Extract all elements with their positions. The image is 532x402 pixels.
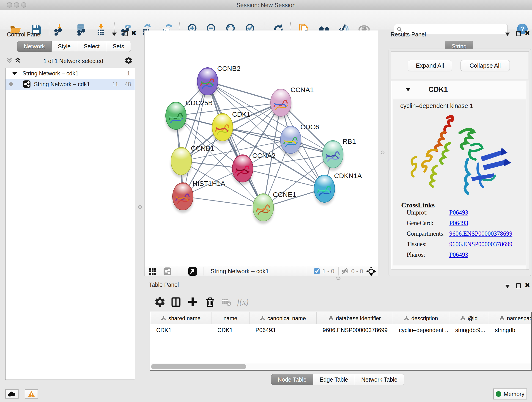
control-panel-tabs: NetworkStyleSelectSets	[17, 41, 131, 52]
cell-shared-name[interactable]: CDK1	[150, 324, 211, 336]
tab-select[interactable]: Select	[77, 41, 106, 52]
cloud-status-button[interactable]	[5, 389, 19, 399]
expand-all-icon[interactable]	[14, 57, 21, 65]
table-panel-menu-icon[interactable]	[505, 285, 510, 288]
table-panel-float-icon[interactable]	[516, 283, 521, 288]
function-builder-icon[interactable]: f(x)	[237, 297, 249, 307]
node-CCNB2[interactable]: CCNB2	[197, 65, 241, 98]
crosslink-link[interactable]: 9606.ENSP00000378699	[449, 230, 512, 237]
expand-all-button[interactable]: Expand All	[408, 60, 452, 71]
edge-CCNB2-HIST1H1A[interactable]	[183, 81, 208, 196]
crosslink-link[interactable]: P06493	[449, 209, 468, 216]
warning-status-button[interactable]	[25, 389, 38, 399]
control-panel-float-icon[interactable]	[123, 31, 128, 36]
network-row-selected[interactable]: String Network – cdk1 11 48	[6, 79, 135, 89]
node-CCNA2[interactable]: CCNA2	[232, 152, 276, 185]
column-header-description[interactable]: description	[393, 313, 449, 324]
column-header-shared-name[interactable]: shared name	[150, 313, 211, 324]
column-header-name[interactable]: name	[211, 313, 249, 324]
import-network-file-icon[interactable]	[53, 23, 65, 36]
results-panel-menu-icon[interactable]	[505, 32, 510, 36]
tab-network-table[interactable]: Network Table	[355, 374, 404, 385]
tab-sets[interactable]: Sets	[106, 41, 131, 52]
node-RB1[interactable]: RB1	[322, 138, 356, 171]
table-row[interactable]: CDK1CDK1P064939606.ENSP00000378699cyclin…	[150, 324, 531, 336]
tab-style[interactable]: Style	[51, 41, 77, 52]
cdk1-expander-icon[interactable]	[405, 88, 411, 91]
crosslink-link[interactable]: P06493	[449, 220, 468, 226]
column-header-@id[interactable]: @id	[449, 313, 489, 324]
table-gear-icon[interactable]	[154, 296, 166, 307]
column-label: @id	[468, 315, 477, 322]
crosslink-label: Pharos:	[401, 251, 449, 258]
edge-CCNB2-CCNA1[interactable]	[208, 81, 281, 103]
left-splitter-handle[interactable]	[138, 205, 142, 209]
fit-selected-crosshair-icon[interactable]	[366, 266, 376, 278]
string-network-icon	[23, 80, 31, 88]
column-header-namespace[interactable]: namespace	[489, 313, 532, 324]
bottom-splitter-handle[interactable]	[336, 277, 341, 280]
cell-canonical-name[interactable]: P06493	[249, 324, 317, 336]
cdk1-section-header[interactable]: CDK1	[391, 81, 526, 98]
column-hierarchy-icon	[329, 316, 334, 321]
node-CCNE1[interactable]: CCNE1	[253, 191, 296, 224]
control-panel-menu-icon[interactable]	[112, 32, 117, 36]
table-panel-close-icon[interactable]: ✖	[525, 283, 530, 288]
cell-@id[interactable]: stringdb:9...	[449, 324, 489, 336]
tree-expander-icon[interactable]	[12, 72, 17, 75]
network-collection-row[interactable]: String Network – cdk1 1	[6, 68, 135, 79]
protein-structure-image	[403, 111, 513, 200]
node-CDK1[interactable]: CDK1	[212, 110, 250, 144]
crosslink-row: Pharos:P06493	[401, 251, 526, 262]
edge-CCNA2-CDKN1A[interactable]	[243, 168, 324, 189]
cell-database-identifier[interactable]: 9606.ENSP00000378699	[317, 324, 393, 336]
cloud-icon	[8, 391, 16, 397]
grid-view-icon[interactable]	[149, 268, 157, 276]
birdseye-view-icon[interactable]	[188, 267, 197, 277]
results-scrollbar[interactable]	[526, 81, 529, 269]
cell-namespace[interactable]: stringdb	[489, 324, 532, 336]
tab-node-table[interactable]: Node Table	[271, 374, 313, 385]
column-label: canonical name	[267, 315, 306, 322]
cdk1-title: CDK1	[428, 85, 448, 94]
memory-button[interactable]: Memory	[493, 389, 527, 400]
right-splitter-handle[interactable]	[381, 151, 385, 154]
delete-table-icon[interactable]	[220, 296, 232, 307]
network-graph[interactable]: CCNB2CCNA1CDC25BCDK1CDC6RB1CCNB1CCNA2CDK…	[145, 31, 378, 266]
edge-CDK1-RB1[interactable]	[222, 127, 333, 154]
collapse-all-button[interactable]: Collapse All	[461, 60, 510, 71]
crosslink-link[interactable]: P06493	[449, 251, 468, 258]
column-header-canonical-name[interactable]: canonical name	[249, 313, 317, 324]
edge-CCNB2-CCNE1[interactable]	[208, 81, 263, 207]
node-HIST1H1A[interactable]: HIST1H1A	[172, 180, 225, 213]
network-options-gear-icon[interactable]	[124, 56, 133, 65]
import-network-database-icon[interactable]	[75, 23, 87, 36]
cell-name[interactable]: CDK1	[211, 324, 249, 336]
collapse-all-icon[interactable]	[6, 57, 13, 65]
crosslink-link[interactable]: 9606.ENSP00000378699	[449, 241, 512, 248]
column-hierarchy-icon	[404, 316, 409, 321]
edge-HIST1H1A-CCNE1[interactable]	[183, 196, 263, 207]
crosslink-label: Uniprot:	[401, 209, 449, 216]
nav-share-icon[interactable]	[163, 267, 172, 276]
node-CDC6[interactable]: CDC6	[280, 123, 319, 156]
node-CDKN1A[interactable]: CDKN1A	[314, 172, 362, 205]
cell-description[interactable]: cyclin–dependent ...	[393, 324, 449, 336]
selection-checkbox-icon[interactable]	[314, 268, 320, 275]
selection-count: 1 - 0	[322, 268, 334, 275]
add-column-icon[interactable]	[187, 296, 198, 307]
column-label: database identifier	[336, 315, 381, 322]
control-panel-close-icon[interactable]: ✖	[131, 31, 136, 36]
import-table-file-icon[interactable]	[94, 23, 107, 36]
tab-network[interactable]: Network	[17, 41, 51, 52]
results-panel-float-icon[interactable]	[516, 31, 521, 36]
hidden-eye-icon[interactable]	[341, 268, 350, 275]
cdk1-description: cyclin–dependent kinase 1	[393, 99, 526, 109]
table-hscrollbar-thumb[interactable]	[151, 364, 246, 369]
show-columns-icon[interactable]	[170, 296, 182, 307]
delete-column-icon[interactable]	[204, 296, 216, 307]
node-CDC25B[interactable]: CDC25B	[165, 99, 213, 132]
tab-edge-table[interactable]: Edge Table	[313, 374, 355, 385]
column-header-database-identifier[interactable]: database identifier	[317, 313, 393, 324]
results-panel-close-icon[interactable]: ✖	[525, 31, 530, 36]
